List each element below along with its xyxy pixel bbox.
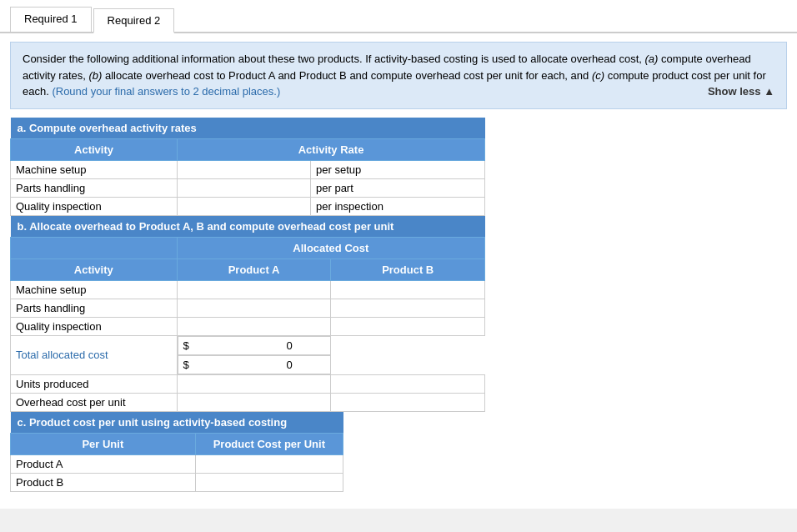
unit-machine-setup: per setup: [311, 160, 485, 178]
section-b-title: b. Allocate overhead to Product A, B and…: [11, 216, 485, 238]
unit-quality-inspection: per inspection: [311, 197, 485, 215]
units-b-input-cell: [331, 374, 485, 393]
unit-parts-handling: per part: [311, 178, 485, 197]
overhead-per-unit-label: Overhead cost per unit: [11, 393, 178, 411]
info-text: Consider the following additional inform…: [23, 53, 766, 98]
product-cost-col: Product Cost per Unit: [195, 433, 343, 454]
table-row: Product B: [11, 473, 343, 491]
round-note: (Round your final answers to 2 decimal p…: [52, 85, 280, 98]
section-c-title: c. Product cost per unit using activity-…: [11, 412, 343, 434]
c-product-a-input[interactable]: [201, 458, 338, 470]
b-machine-setup-a-input[interactable]: [183, 284, 326, 296]
c-product-b-input-cell: [195, 473, 343, 491]
b-parts-handling-a-input-cell: [177, 299, 331, 317]
b-quality-inspection-b-input[interactable]: [336, 320, 479, 333]
b-machine-setup-b-input-cell: [331, 280, 485, 299]
col-activity-label: Activity: [11, 138, 178, 160]
table-row: Quality inspection per inspection: [11, 197, 485, 215]
product-b-col: Product B: [331, 258, 485, 280]
section-b-table: b. Allocate overhead to Product A, B and…: [10, 216, 485, 412]
activity-rate-parts-handling-input-cell: [178, 178, 311, 197]
section-a-title: a. Compute overhead activity rates: [11, 118, 485, 139]
overhead-a-input-cell: [177, 393, 331, 411]
per-unit-col: Per Unit: [11, 433, 196, 454]
units-produced-label: Units produced: [11, 374, 178, 393]
table-row: Parts handling per part: [11, 178, 485, 197]
b-activity-quality-inspection: Quality inspection: [11, 317, 178, 335]
activity-rate-machine-setup-input[interactable]: [197, 163, 305, 176]
overhead-b-input[interactable]: [336, 396, 479, 409]
activity-label-machine-setup: Machine setup: [11, 160, 178, 178]
tabs-container: Required 1 Required 2: [0, 0, 797, 33]
activity-rate-parts-handling-input[interactable]: [197, 182, 305, 194]
section-b-activity-col: Activity: [11, 258, 178, 280]
b-parts-handling-b-input[interactable]: [336, 302, 479, 314]
section-a-table: a. Compute overhead activity rates Activ…: [10, 118, 485, 216]
col-rate-label: Activity Rate: [178, 138, 485, 160]
activity-label-parts-handling: Parts handling: [11, 178, 178, 197]
activity-label-quality-inspection: Quality inspection: [11, 197, 178, 215]
table-row: Machine setup: [11, 280, 485, 299]
c-product-a-input-cell: [195, 454, 343, 473]
dollar-sign-b: $: [183, 359, 193, 371]
overhead-b-input-cell: [331, 393, 485, 411]
col-activity-empty: [11, 237, 178, 258]
b-parts-handling-b-input-cell: [331, 299, 485, 317]
total-allocated-label: Total allocated cost: [11, 335, 178, 374]
units-b-input[interactable]: [336, 378, 479, 390]
section-c-col-labels: Per Unit Product Cost per Unit: [11, 433, 343, 454]
b-machine-setup-a-input-cell: [177, 280, 331, 299]
c-product-a-label: Product A: [11, 454, 196, 473]
b-quality-inspection-b-input-cell: [331, 317, 485, 335]
section-a-col-headers: Activity Activity Rate: [11, 138, 485, 160]
table-row: Machine setup per setup: [11, 160, 485, 178]
b-machine-setup-b-input[interactable]: [336, 284, 479, 296]
b-activity-machine-setup: Machine setup: [11, 280, 178, 299]
activity-rate-machine-setup-input-cell: [178, 160, 311, 178]
b-parts-handling-a-input[interactable]: [183, 302, 326, 314]
b-quality-inspection-a-input-cell: [177, 317, 331, 335]
allocated-cost-header: Allocated Cost: [177, 237, 484, 258]
units-produced-row: Units produced: [11, 374, 485, 393]
section-b-col-labels: Activity Product A Product B: [11, 258, 485, 280]
activity-rate-quality-inspection-input[interactable]: [197, 200, 305, 213]
main-content: a. Compute overhead activity rates Activ…: [10, 118, 787, 492]
tab-required1[interactable]: Required 1: [10, 7, 92, 32]
tab-required2[interactable]: Required 2: [93, 8, 175, 33]
total-a-input[interactable]: [193, 339, 293, 352]
table-row: Quality inspection: [11, 317, 485, 335]
units-a-input[interactable]: [183, 378, 326, 390]
b-quality-inspection-a-input[interactable]: [183, 320, 326, 333]
table-row: Parts handling: [11, 299, 485, 317]
table-row: Product A: [11, 454, 343, 473]
show-less-button[interactable]: Show less: [708, 83, 774, 100]
c-product-b-label: Product B: [11, 473, 196, 491]
section-c-header-row: c. Product cost per unit using activity-…: [11, 412, 343, 434]
product-a-col: Product A: [177, 258, 331, 280]
total-allocated-cost-row: Total allocated cost $ $: [11, 335, 485, 374]
info-box: Consider the following additional inform…: [10, 42, 787, 109]
section-b-header-row: b. Allocate overhead to Product A, B and…: [11, 216, 485, 238]
total-b-input[interactable]: [193, 359, 293, 371]
dollar-sign-a: $: [183, 339, 193, 352]
activity-rate-quality-inspection-input-cell: [178, 197, 311, 215]
b-activity-parts-handling: Parts handling: [11, 299, 178, 317]
total-a-cell: $: [178, 336, 331, 355]
c-product-b-input[interactable]: [201, 476, 338, 489]
overhead-cost-per-unit-row: Overhead cost per unit: [11, 393, 485, 411]
overhead-a-input[interactable]: [183, 396, 326, 409]
units-a-input-cell: [177, 374, 331, 393]
allocated-header-row: Allocated Cost: [11, 237, 485, 258]
section-a-header: a. Compute overhead activity rates: [11, 118, 485, 139]
total-b-cell: $: [178, 355, 331, 374]
section-c-table: c. Product cost per unit using activity-…: [10, 412, 343, 492]
